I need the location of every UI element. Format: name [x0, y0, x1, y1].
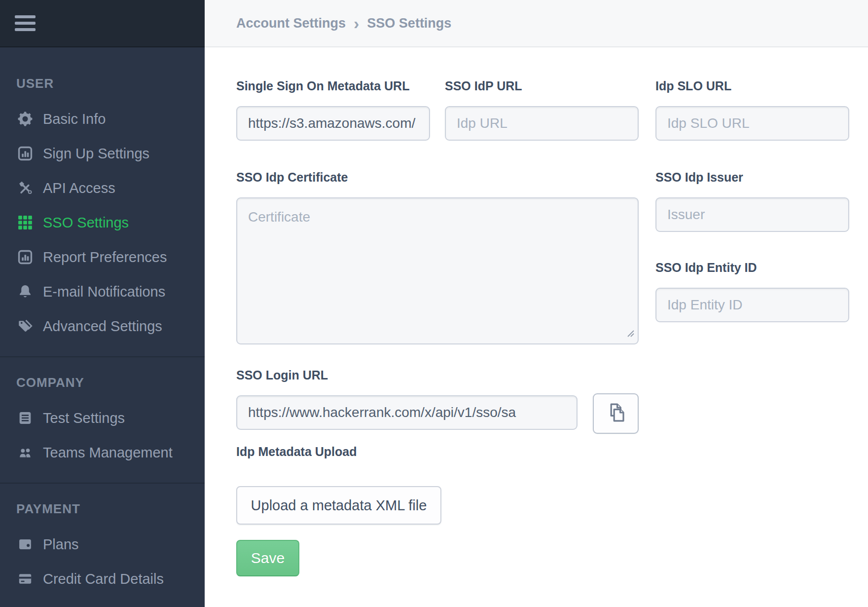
sidebar-item-sign-up-settings[interactable]: Sign Up Settings: [0, 136, 205, 171]
gear-icon: [16, 110, 34, 128]
sidebar-item-label: Teams Management: [43, 445, 173, 461]
sidebar-nav: USER: [0, 47, 205, 596]
slo-url-label: Idp SLO URL: [655, 80, 849, 92]
main-area: Account Settings › SSO Settings Single S…: [205, 0, 868, 607]
sidebar-item-label: API Access: [43, 180, 115, 196]
field-login-url: SSO Login URL: [236, 369, 639, 434]
field-certificate: SSO Idp Certificate: [236, 171, 639, 344]
document-icon: [16, 409, 34, 427]
bar-chart-icon: [16, 145, 34, 162]
sidebar-section-company: COMPANY Test Settings: [0, 356, 205, 470]
bell-icon: [16, 283, 34, 301]
sidebar-item-basic-info[interactable]: Basic Info: [0, 102, 205, 136]
entity-id-input[interactable]: [655, 288, 849, 322]
issuer-input[interactable]: [655, 197, 849, 232]
login-url-label: SSO Login URL: [236, 369, 639, 381]
field-entity-id: SSO Idp Entity ID: [655, 262, 849, 322]
sidebar-item-test-settings[interactable]: Test Settings: [0, 401, 205, 435]
metadata-upload-label: Idp Metadata Upload: [236, 446, 639, 458]
save-button[interactable]: Save: [236, 540, 299, 576]
sidebar-item-label: Report Preferences: [43, 249, 167, 266]
section-title-user: USER: [0, 75, 205, 92]
metadata-url-input[interactable]: [236, 106, 430, 141]
issuer-label: SSO Idp Issuer: [655, 171, 849, 184]
field-issuer: SSO Idp Issuer: [655, 171, 849, 232]
people-icon: [16, 444, 34, 461]
sidebar-item-label: Advanced Settings: [43, 318, 162, 335]
sidebar-item-label: Test Settings: [43, 410, 125, 426]
sidebar-item-label: Plans: [43, 536, 79, 553]
field-metadata-upload: Idp Metadata Upload Upload a metadata XM…: [236, 446, 639, 525]
entity-id-label: SSO Idp Entity ID: [655, 262, 849, 274]
breadcrumb-chevron-icon: ›: [354, 17, 359, 30]
sidebar-item-advanced-settings[interactable]: Advanced Settings: [0, 309, 205, 343]
tags-icon: [16, 317, 34, 335]
breadcrumb-account-settings[interactable]: Account Settings: [236, 16, 346, 31]
textarea-resize-handle[interactable]: [625, 328, 635, 340]
sidebar-item-credit-card-details[interactable]: Credit Card Details: [0, 562, 205, 596]
sidebar-item-api-access[interactable]: API Access: [0, 171, 205, 205]
sidebar-item-label: Basic Info: [43, 111, 106, 127]
sidebar-section-payment: PAYMENT Plans Cr: [0, 483, 205, 596]
sidebar-topbar: [0, 0, 205, 47]
login-url-input[interactable]: [236, 395, 578, 430]
slo-url-input[interactable]: [655, 106, 849, 141]
grid-icon: [16, 214, 34, 231]
idp-url-input[interactable]: [445, 106, 639, 141]
breadcrumb-bar: Account Settings › SSO Settings: [205, 0, 868, 47]
field-idp-url: SSO IdP URL: [445, 80, 639, 141]
sidebar-item-report-preferences[interactable]: Report Preferences: [0, 240, 205, 274]
sidebar-item-label: E-mail Notifications: [43, 284, 165, 300]
tools-icon: [16, 179, 34, 197]
sidebar: USER: [0, 0, 205, 607]
upload-metadata-button[interactable]: Upload a metadata XML file: [236, 486, 441, 525]
field-slo-url: Idp SLO URL: [655, 80, 849, 141]
sidebar-item-sso-settings[interactable]: SSO Settings: [0, 205, 205, 240]
breadcrumb-sso-settings: SSO Settings: [367, 16, 451, 31]
certificate-label: SSO Idp Certificate: [236, 171, 639, 184]
sidebar-item-label: Sign Up Settings: [43, 146, 149, 162]
sidebar-item-label: Credit Card Details: [43, 571, 164, 587]
certificate-textarea[interactable]: [236, 197, 639, 344]
sidebar-item-label: SSO Settings: [43, 215, 129, 231]
copy-icon: [604, 401, 627, 427]
wallet-icon: [16, 535, 34, 553]
credit-card-icon: [16, 570, 34, 588]
section-title-payment: PAYMENT: [0, 500, 205, 517]
metadata-url-label: Single Sign On Metadata URL: [236, 80, 430, 92]
sidebar-item-email-notifications[interactable]: E-mail Notifications: [0, 274, 205, 309]
idp-url-label: SSO IdP URL: [445, 80, 639, 92]
section-title-company: COMPANY: [0, 374, 205, 391]
sidebar-section-user: USER: [0, 47, 205, 343]
copy-login-url-button[interactable]: [593, 393, 639, 434]
bar-chart-icon: [16, 248, 34, 266]
hamburger-menu-icon[interactable]: [15, 12, 36, 35]
field-metadata-url: Single Sign On Metadata URL: [236, 80, 430, 141]
sidebar-item-plans[interactable]: Plans: [0, 527, 205, 562]
sidebar-item-teams-management[interactable]: Teams Management: [0, 435, 205, 470]
